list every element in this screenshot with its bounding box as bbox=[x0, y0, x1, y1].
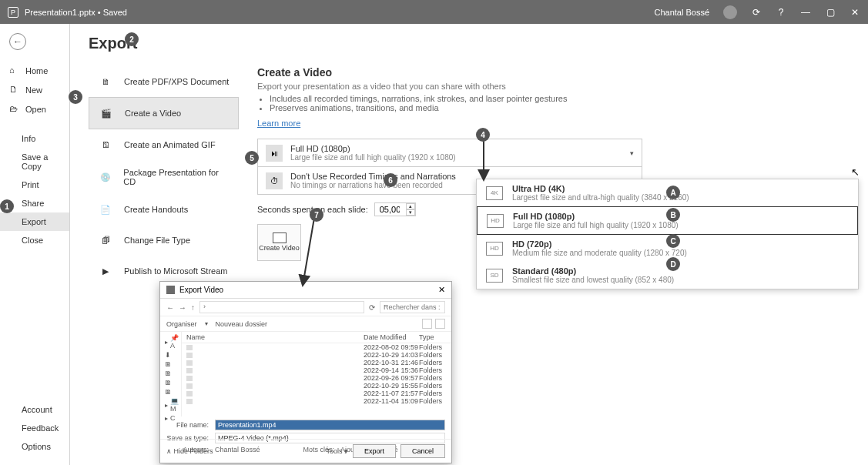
tools-button[interactable]: Tools ▾ bbox=[326, 447, 348, 455]
chevron-down-icon: ▾ bbox=[630, 149, 634, 157]
section-desc: Export your presentation as a video that… bbox=[257, 82, 850, 91]
titlebar-left: P Presentation1.pptx • Saved bbox=[8, 7, 127, 18]
sidebar-item[interactable]: ⬇ bbox=[165, 350, 176, 360]
dialog-icon bbox=[166, 286, 175, 294]
filename-label: File name: bbox=[166, 421, 209, 429]
restore-icon[interactable]: ▢ bbox=[825, 7, 836, 18]
export-opt-video[interactable]: 🎬 Create a Video bbox=[89, 97, 239, 129]
search-input[interactable] bbox=[380, 301, 445, 313]
title-bar: P Presentation1.pptx • Saved Chantal Bos… bbox=[0, 0, 868, 24]
export-options-list: 🗎 Create PDF/XPS Document 🎬 Create a Vid… bbox=[89, 66, 239, 286]
marker-3: 3 bbox=[69, 90, 82, 104]
titlebar-right: Chantal Bossé ⟳ ? — ▢ ✕ bbox=[654, 5, 860, 19]
nav-export[interactable]: Export bbox=[0, 212, 69, 231]
powerpoint-icon: P bbox=[8, 7, 18, 18]
file-row[interactable]: 2022-09-14 15:36Folders bbox=[182, 366, 451, 374]
nav-info[interactable]: Info bbox=[0, 129, 69, 148]
nav-save-copy[interactable]: Save a Copy bbox=[0, 148, 69, 176]
view-icon[interactable] bbox=[422, 319, 432, 329]
nav-feedback[interactable]: Feedback bbox=[0, 419, 70, 437]
gif-icon: 🖻 bbox=[98, 137, 113, 152]
document-title: Presentation1.pptx • Saved bbox=[25, 8, 127, 17]
nav-open[interactable]: 🗁 Open bbox=[0, 99, 69, 119]
export-opt-package[interactable]: 💿 Package Presentation for CD bbox=[89, 160, 239, 194]
avatar[interactable] bbox=[723, 5, 737, 19]
dialog-close-icon[interactable]: ✕ bbox=[438, 285, 445, 295]
file-row[interactable]: 2022-10-29 14:03Folders bbox=[182, 351, 451, 359]
bullet-1: Includes all recorded timings, narration… bbox=[270, 94, 850, 103]
annotation-arrow bbox=[481, 139, 496, 181]
marker-5: 5 bbox=[245, 151, 259, 165]
export-opt-filetype[interactable]: 🗐 Change File Type bbox=[89, 225, 239, 256]
col-date[interactable]: Date Modified bbox=[364, 333, 419, 341]
nav-close[interactable]: Close bbox=[0, 231, 69, 249]
hd-icon: HD bbox=[486, 242, 503, 256]
timings-icon: ⏱ bbox=[266, 172, 283, 189]
export-opt-gif[interactable]: 🖻 Create an Animated GIF bbox=[89, 129, 239, 160]
open-icon: 🗁 bbox=[9, 104, 19, 114]
sidebar-item[interactable]: 🗎 bbox=[165, 369, 176, 378]
new-folder-button[interactable]: Nouveau dossier bbox=[216, 320, 268, 328]
export-opt-pdf[interactable]: 🗎 Create PDF/XPS Document bbox=[89, 66, 239, 97]
create-video-button[interactable]: Create Video bbox=[257, 224, 301, 261]
breadcrumb-path[interactable]: › bbox=[199, 301, 364, 313]
nav-new[interactable]: 🗋 New bbox=[0, 80, 69, 99]
marker-B: B bbox=[666, 208, 680, 222]
file-row[interactable]: 2022-08-02 09:59Folders bbox=[182, 343, 451, 351]
hide-folders-button[interactable]: ∧ Hide Folders bbox=[166, 447, 213, 455]
sidebar-item[interactable]: 🗎 bbox=[165, 387, 176, 396]
marker-C: C bbox=[666, 234, 680, 248]
marker-D: D bbox=[666, 257, 680, 271]
help-icon[interactable] bbox=[435, 319, 445, 329]
nav-back-icon[interactable]: ← bbox=[166, 303, 174, 312]
cancel-button[interactable]: Cancel bbox=[400, 444, 445, 458]
close-icon[interactable]: ✕ bbox=[850, 7, 860, 18]
left-nav: ← ⌂ Home 🗋 New 🗁 Open Info Save a Copy P… bbox=[0, 24, 70, 465]
file-row[interactable]: 2022-11-04 15:09Folders bbox=[182, 397, 451, 405]
file-row[interactable]: 2022-10-31 21:46Folders bbox=[182, 359, 451, 366]
nav-fwd-icon[interactable]: → bbox=[179, 303, 186, 312]
sidebar-item[interactable]: ▸📌 A bbox=[165, 333, 176, 350]
sd-icon: SD bbox=[486, 269, 503, 283]
pdf-icon: 🗎 bbox=[98, 74, 113, 89]
ribbon-sync-icon[interactable]: ⟳ bbox=[751, 7, 762, 18]
mouse-cursor-icon: ↖ bbox=[851, 166, 860, 178]
file-row[interactable]: 2022-11-07 21:57Folders bbox=[182, 390, 451, 397]
monitor-icon: ⏯ bbox=[266, 145, 283, 162]
new-icon: 🗋 bbox=[9, 85, 19, 95]
sidebar-item[interactable]: ▸💻 M bbox=[165, 396, 176, 413]
nav-options[interactable]: Options bbox=[0, 437, 70, 456]
nav-account[interactable]: Account bbox=[0, 400, 70, 419]
nav-up-icon[interactable]: ↑ bbox=[191, 303, 195, 312]
cd-icon: 💿 bbox=[98, 169, 112, 185]
home-icon: ⌂ bbox=[9, 65, 19, 75]
back-button[interactable]: ← bbox=[9, 33, 26, 50]
export-button[interactable]: Export bbox=[353, 444, 396, 458]
sidebar-item[interactable]: 🗎 bbox=[165, 378, 176, 387]
file-row[interactable]: 2022-10-29 15:55Folders bbox=[182, 382, 451, 390]
quality-dropdown[interactable]: ⏯ Full HD (1080p) Large file size and fu… bbox=[257, 139, 642, 167]
spinner-up[interactable]: ▴ bbox=[406, 203, 415, 209]
dialog-file-list: Name Date Modified Type 2022-08-02 09:59… bbox=[182, 332, 451, 416]
marker-1: 1 bbox=[0, 199, 14, 213]
filename-input[interactable] bbox=[215, 420, 445, 430]
organize-button[interactable]: Organiser bbox=[166, 320, 197, 328]
marker-4: 4 bbox=[476, 128, 490, 142]
export-opt-handouts[interactable]: 📄 Create Handouts bbox=[89, 194, 239, 225]
marker-A: A bbox=[666, 186, 680, 199]
export-video-dialog: Export Video ✕ ← → ↑ › ⟳ Organiser ▾ Nou… bbox=[159, 281, 452, 463]
svg-line-3 bbox=[303, 218, 314, 281]
col-type[interactable]: Type bbox=[419, 333, 450, 341]
col-name[interactable]: Name bbox=[183, 333, 364, 341]
nav-print[interactable]: Print bbox=[0, 176, 69, 194]
spinner-down[interactable]: ▾ bbox=[406, 209, 415, 216]
help-icon[interactable]: ? bbox=[776, 7, 786, 18]
learn-more-link[interactable]: Learn more bbox=[257, 119, 300, 128]
marker-7: 7 bbox=[310, 208, 323, 222]
sidebar-item[interactable]: 🗎 bbox=[165, 360, 176, 369]
file-row[interactable]: 2022-09-26 09:57Folders bbox=[182, 374, 451, 382]
refresh-icon[interactable]: ⟳ bbox=[369, 303, 375, 312]
uhd-icon: 4K bbox=[486, 186, 503, 200]
nav-home[interactable]: ⌂ Home bbox=[0, 61, 69, 80]
minimize-icon[interactable]: — bbox=[800, 7, 811, 18]
